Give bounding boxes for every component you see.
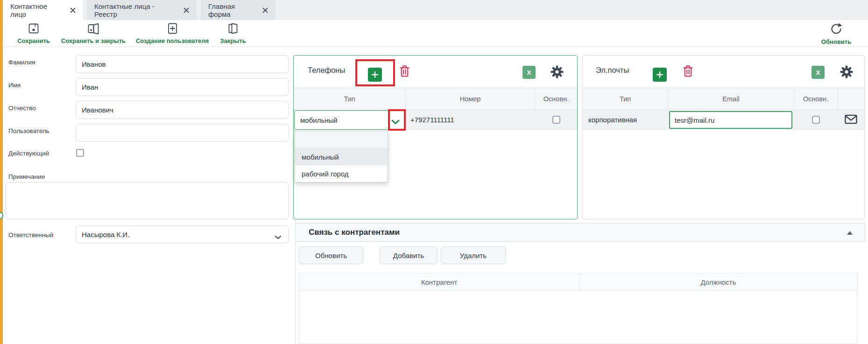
active-checkbox[interactable] (76, 149, 84, 157)
active-label: Действующий (8, 150, 49, 157)
tab-contact-person[interactable]: Контактное лицо (3, 0, 83, 20)
dropdown-option-empty[interactable] (295, 131, 388, 148)
emails-table-header: Тип Email Основн. (583, 88, 864, 110)
column-header-contractor: Контрагент (299, 274, 579, 290)
contractors-section-header[interactable]: Связь с контрагентами (295, 223, 865, 242)
chevron-down-icon (275, 233, 282, 241)
responsible-label: Ответственный (8, 232, 53, 239)
add-phone-button[interactable] (368, 68, 382, 82)
gear-icon[interactable] (840, 65, 854, 79)
tab-contacts-registry[interactable]: Контактные лица - Реестр (87, 0, 197, 20)
refresh-button[interactable]: Обновить (815, 22, 857, 46)
phone-type-value: мобильный (300, 116, 338, 124)
tab-close-icon[interactable] (262, 7, 268, 13)
delete-phone-icon[interactable] (399, 65, 410, 77)
tab-bar: Контактное лицо Контактные лица - Реестр… (3, 0, 868, 20)
contractors-table-header: Контрагент Должность (299, 274, 857, 291)
contact-card-window: Контактное лицо Контактные лица - Реестр… (0, 0, 868, 344)
column-header-type: Тип (294, 88, 406, 110)
collapse-triangle-icon[interactable] (847, 231, 853, 235)
dropdown-option-mobile[interactable]: мобильный (295, 148, 388, 165)
responsible-select[interactable]: Насырова К.И. (76, 225, 289, 243)
plus-icon (656, 71, 663, 78)
plus-icon (371, 71, 379, 78)
close-label: Закрыть (220, 37, 246, 44)
left-accent-bar (0, 0, 3, 344)
column-header-type: Тип (583, 88, 668, 110)
save-and-close-icon (87, 22, 99, 36)
column-header-main: Основн. (794, 88, 838, 110)
patronymic-label: Отчество (8, 105, 36, 112)
column-header-email: Email (668, 88, 794, 110)
save-label: Сохранить (17, 37, 50, 44)
phones-panel: Телефоны x (293, 55, 578, 219)
tab-label: Контактное лицо (10, 2, 64, 18)
responsible-value: Насырова К.И. (82, 231, 129, 239)
create-user-icon (166, 22, 178, 36)
email-type-cell[interactable]: корпоративная (583, 110, 668, 129)
phone-main-checkbox[interactable] (552, 116, 560, 124)
phones-title: Телефоны (308, 66, 345, 75)
tab-label: Главная форма (208, 2, 256, 18)
emails-title: Эл.почты (596, 66, 629, 75)
delete-email-icon[interactable] (683, 65, 693, 77)
phone-number-cell[interactable]: +79271111111 (406, 110, 535, 129)
column-header-position: Должность (579, 274, 857, 290)
create-user-button[interactable]: Создание пользователя (134, 22, 211, 46)
save-and-close-label: Сохранить и закрыть (61, 37, 126, 44)
excel-export-icon[interactable]: x (812, 66, 825, 79)
user-label: Пользователь (8, 127, 49, 134)
save-and-close-button[interactable]: Сохранить и закрыть (58, 22, 129, 46)
refresh-label: Обновить (821, 38, 851, 45)
gear-icon[interactable] (550, 65, 564, 79)
firstname-label: Имя (8, 82, 21, 89)
column-header-actions (838, 88, 864, 110)
firstname-input[interactable] (76, 78, 289, 96)
toolbar: Сохранить Сохранить и закрыть Создание п… (3, 20, 868, 47)
surname-input[interactable] (76, 55, 289, 73)
phone-main-cell (535, 110, 577, 129)
email-main-cell (794, 110, 838, 129)
close-door-icon (227, 22, 239, 36)
add-email-button[interactable] (653, 68, 667, 82)
contractors-delete-button[interactable]: Удалить (441, 246, 506, 264)
envelope-icon[interactable] (845, 114, 857, 126)
note-textarea[interactable] (6, 182, 289, 219)
dropdown-option-work-city[interactable]: рабочий город (295, 165, 388, 182)
note-label: Примечание (8, 173, 45, 180)
contractors-title: Связь с контрагентами (309, 228, 400, 237)
column-header-main: Основн. (535, 88, 577, 110)
create-user-label: Создание пользователя (136, 37, 209, 44)
contractors-refresh-button[interactable]: Обновить (299, 246, 363, 264)
refresh-icon (830, 22, 843, 37)
excel-x-label: x (527, 68, 531, 77)
surname-label: Фамилия (8, 59, 35, 66)
close-button[interactable]: Закрыть (214, 22, 252, 46)
tab-main-form[interactable]: Главная форма (201, 0, 275, 20)
email-main-checkbox[interactable] (812, 116, 820, 124)
excel-x-label: x (816, 68, 820, 77)
email-action-cell (838, 110, 864, 129)
user-input[interactable] (76, 124, 289, 142)
patronymic-input[interactable] (76, 101, 289, 119)
excel-export-icon[interactable]: x (522, 66, 536, 79)
tab-close-icon[interactable] (70, 7, 76, 13)
emails-panel: Эл.почты x (582, 55, 865, 219)
save-icon (28, 22, 40, 36)
tab-label: Контактные лица - Реестр (94, 2, 177, 18)
save-button[interactable]: Сохранить (11, 22, 56, 46)
contractors-table: Контрагент Должность (299, 273, 858, 344)
phones-table-header: Тип Номер Основн. (294, 88, 577, 110)
phone-type-combo[interactable]: мобильный (294, 110, 406, 130)
combo-chevron-down-icon[interactable] (391, 118, 400, 126)
contractors-add-button[interactable]: Добавить (380, 246, 438, 264)
phone-type-dropdown: мобильный рабочий город (295, 131, 388, 183)
column-header-number: Номер (406, 88, 535, 110)
email-input[interactable] (669, 111, 792, 129)
tab-close-icon[interactable] (183, 7, 189, 13)
